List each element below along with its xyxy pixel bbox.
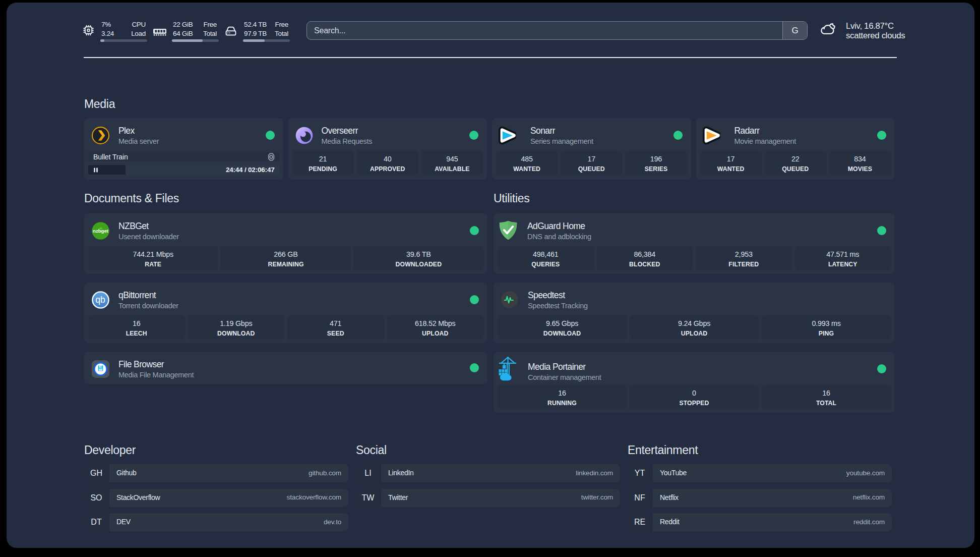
- svg-text:nzbget: nzbget: [93, 228, 109, 234]
- svg-text:qb: qb: [95, 295, 105, 305]
